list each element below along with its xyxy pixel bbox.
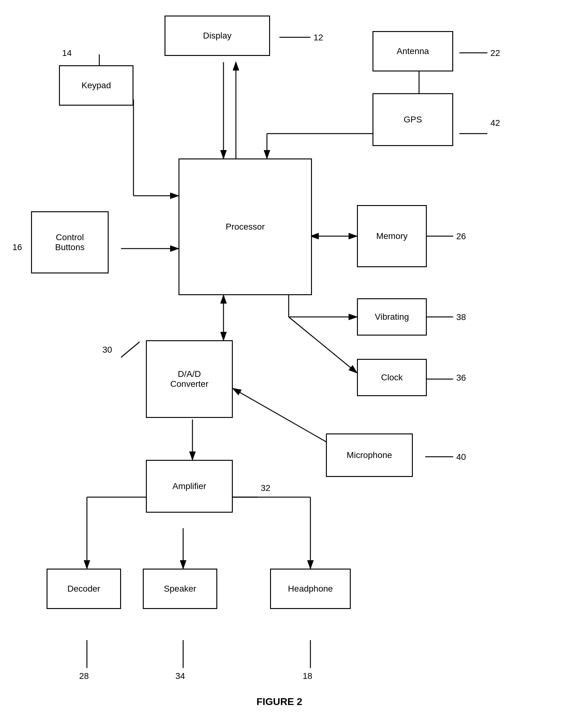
antenna-box: Antenna [372,31,453,72]
amplifier-label: Amplifier [173,481,206,491]
display-label: Display [203,31,231,41]
vibrating-ref: 38 [456,312,466,322]
figure-label: FIGURE 2 [217,696,341,707]
speaker-box: Speaker [143,569,217,609]
diagram: Display 12 Keypad 14 Antenna 22 GPS 42 C… [0,0,582,728]
arrows-svg [0,0,582,728]
speaker-ref: 34 [175,671,185,681]
processor-box: Processor [178,158,312,295]
amplifier-ref: 32 [261,483,270,493]
dad-converter-box: D/A/DConverter [146,340,233,418]
control-buttons-box: ControlButtons [31,211,109,274]
keypad-ref: 14 [62,48,72,58]
keypad-label: Keypad [82,80,111,90]
antenna-label: Antenna [397,46,429,56]
clock-box: Clock [357,359,427,396]
clock-ref: 36 [456,373,466,383]
control-buttons-label: ControlButtons [55,232,85,252]
antenna-ref: 22 [491,48,500,58]
memory-ref: 26 [456,232,466,241]
amplifier-box: Amplifier [146,460,233,513]
headphone-label: Headphone [288,584,333,594]
headphone-ref: 18 [303,671,312,681]
microphone-ref: 40 [456,452,466,462]
control-buttons-ref: 16 [12,242,22,252]
vibrating-label: Vibrating [375,312,409,322]
svg-line-35 [121,342,140,357]
dad-converter-label: D/A/DConverter [170,369,209,389]
processor-label: Processor [226,222,265,232]
clock-label: Clock [381,372,403,383]
microphone-box: Microphone [326,434,413,477]
decoder-box: Decoder [47,569,121,609]
vibrating-box: Vibrating [357,298,427,336]
gps-label: GPS [404,115,422,125]
headphone-box: Headphone [270,569,351,609]
memory-label: Memory [376,231,408,241]
microphone-label: Microphone [347,450,392,460]
keypad-box: Keypad [59,65,134,106]
svg-line-13 [289,317,357,373]
dad-ref: 30 [103,345,112,355]
gps-ref: 42 [491,118,500,128]
speaker-label: Speaker [164,584,196,594]
decoder-label: Decoder [67,584,100,594]
display-box: Display [165,16,270,56]
memory-box: Memory [357,205,427,267]
display-ref: 12 [313,33,323,43]
decoder-ref: 28 [79,671,89,681]
svg-line-16 [233,388,341,450]
gps-box: GPS [372,93,453,146]
